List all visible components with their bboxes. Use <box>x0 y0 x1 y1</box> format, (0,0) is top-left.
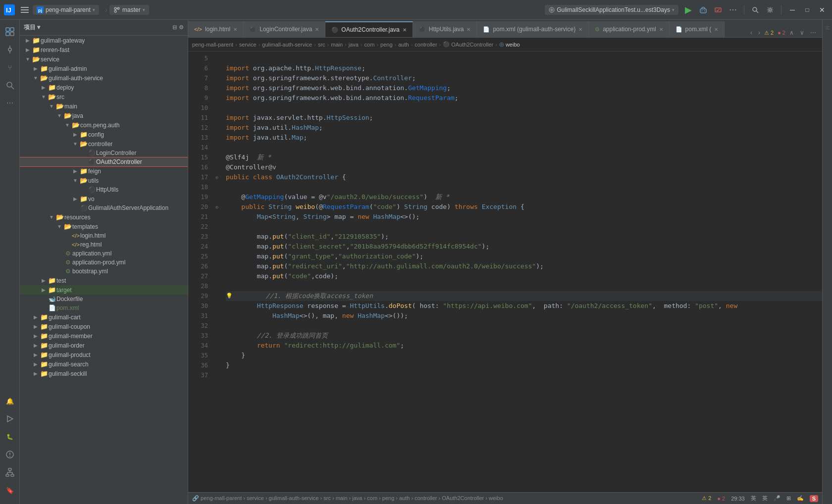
tree-item[interactable]: ▶ 📁 deploy <box>20 83 188 92</box>
tab-oauth2-controller[interactable]: ⚫ OAuth2Controller.java ✕ <box>325 21 413 37</box>
breadcrumb-item[interactable]: auth <box>398 42 409 48</box>
breadcrumb-item[interactable]: controller <box>415 42 437 48</box>
tree-item-config[interactable]: ▶ 📁 config <box>20 130 188 139</box>
tree-item-login-html[interactable]: ▶ </> login.html <box>20 231 188 240</box>
tree-item-target[interactable]: ▶ 📁 target <box>20 285 188 295</box>
tree-item-app-prod-yml[interactable]: ▶ ⚙ application-prod.yml <box>20 258 188 267</box>
code-editor[interactable]: 5678910111213141516171819202122232425262… <box>188 51 822 492</box>
tree-item[interactable]: ▶ 📁 gulimall-order <box>20 341 188 350</box>
minimize-button[interactable]: ─ <box>786 4 798 16</box>
tab-pom-auth[interactable]: 📄 pom.xml (gulimall-auth-service) ✕ <box>477 21 589 37</box>
mic-icon[interactable]: 🎤 <box>774 495 780 502</box>
tree-item-feign[interactable]: ▶ 📁 feign <box>20 166 188 176</box>
tree-item-reg-html[interactable]: ▶ </> reg.html <box>20 240 188 249</box>
tree-item-resources[interactable]: ▼ 📂 resources <box>20 212 188 222</box>
tab-login-html[interactable]: </> login.html ✕ <box>188 21 244 37</box>
tab-close-icon[interactable]: ✕ <box>659 27 663 32</box>
tree-item-com-peng[interactable]: ▼ 📂 com.peng.auth <box>20 120 188 130</box>
tab-close-icon[interactable]: ✕ <box>578 27 582 32</box>
lang-button[interactable]: 英 <box>762 495 768 502</box>
tree-item-src[interactable]: ▼ 📂 src <box>20 92 188 101</box>
tab-close-icon[interactable]: ✕ <box>467 27 470 32</box>
project-tool-button[interactable] <box>2 24 18 40</box>
tab-close-icon[interactable]: ✕ <box>714 27 718 32</box>
breadcrumb-item[interactable]: service <box>239 42 257 48</box>
breadcrumb-item[interactable]: peng <box>380 42 392 48</box>
breadcrumb-item[interactable]: ⚫OAuth2Controller <box>443 41 493 48</box>
tree-item-java[interactable]: ▼ 📂 java <box>20 111 188 120</box>
maximize-button[interactable]: □ <box>801 4 813 16</box>
tree-item[interactable]: ▶ 📁 gulimall-product <box>20 350 188 359</box>
close-button[interactable]: ✕ <box>816 4 828 16</box>
breadcrumb-item[interactable]: peng-mall-parent <box>192 42 233 48</box>
tree-item-auth-service[interactable]: ▼ 📂 gulimall-auth-service <box>20 73 188 83</box>
breadcrumb-item[interactable]: gulimall-auth-service <box>262 42 312 48</box>
tab-scroll-right-button[interactable]: › <box>756 28 762 37</box>
tree-item-service[interactable]: ▼ 📂 service <box>20 54 188 64</box>
debug-button[interactable] <box>697 4 709 16</box>
layout-button[interactable]: ⊞ <box>786 495 791 502</box>
git-tool-button[interactable]: ⑂ <box>2 59 18 75</box>
tree-item[interactable]: ▶ 📁 gulimall-admin <box>20 64 188 73</box>
tree-item[interactable]: ▶ 📁 gulimall-cart <box>20 312 188 322</box>
structure-button[interactable] <box>2 464 18 480</box>
tab-more-icon[interactable]: ⋯ <box>808 28 818 37</box>
tree-item-test[interactable]: ▶ 📁 test <box>20 276 188 285</box>
tree-item-app-yml[interactable]: ▶ ⚙ application.yml <box>20 249 188 258</box>
run-button[interactable]: ▶ <box>682 4 694 16</box>
problems-button[interactable] <box>2 447 18 462</box>
tree-item-templates[interactable]: ▼ 📂 templates <box>20 222 188 231</box>
settings-button[interactable] <box>764 4 776 16</box>
tree-item-app-main[interactable]: ▶ ⚫ GulimallAuthServerApplication <box>20 203 188 212</box>
more-tools-button[interactable]: ⋯ <box>2 95 18 111</box>
tree-item-bootstrap-yml[interactable]: ▶ ⚙ bootstrap.yml <box>20 267 188 276</box>
tab-close-icon[interactable]: ✕ <box>403 27 407 33</box>
find-tool-button[interactable] <box>2 77 18 93</box>
errors-indicator[interactable]: ● 2 <box>717 496 725 502</box>
tab-httputils[interactable]: ⚫ HttpUtils.java ✕ <box>413 21 477 37</box>
hamburger-icon[interactable] <box>19 4 31 16</box>
tree-item-dockerfile[interactable]: ▶ 🐋 Dockerfile <box>20 295 188 303</box>
tree-item-httputils[interactable]: ▶ ⚫ HttpUtils <box>20 185 188 194</box>
code-content[interactable]: import org.apache.http.HttpResponse; imp… <box>222 51 822 492</box>
tree-item-utils[interactable]: ▼ 📂 utils <box>20 176 188 185</box>
tree-item-oauth2-controller[interactable]: ▶ ⚫ OAuth2Controller <box>20 157 188 166</box>
warnings-indicator[interactable]: ⚠ 2 <box>702 495 711 502</box>
encoding-button[interactable]: 英 <box>751 495 756 502</box>
breadcrumb-item[interactable]: src <box>318 42 325 48</box>
tree-item-controller[interactable]: ▼ 📂 controller <box>20 139 188 149</box>
tab-pom-parent[interactable]: 📄 pom.xml ( ✕ <box>670 21 725 37</box>
tab-down-icon[interactable]: ∨ <box>798 28 806 37</box>
breadcrumb-item[interactable]: com <box>364 42 375 48</box>
tree-item[interactable]: ▶ 📁 gulimall-seckill <box>20 369 188 378</box>
commit-tool-button[interactable] <box>2 42 18 57</box>
notifications-button[interactable]: 🔔 <box>2 393 18 409</box>
tab-scroll-left-button[interactable]: ‹ <box>748 28 754 37</box>
breadcrumb-item[interactable]: main <box>331 42 343 48</box>
breadcrumb-item[interactable]: java <box>349 42 359 48</box>
tab-app-prod[interactable]: ⚙ application-prod.yml ✕ <box>589 21 669 37</box>
tree-item[interactable]: ▶ 📁 gulimall-member <box>20 331 188 341</box>
tree-item[interactable]: ▶ 📁 renren-fast <box>20 45 188 54</box>
bookmarks-button[interactable]: 🔖 <box>2 482 18 498</box>
tab-close-icon[interactable]: ✕ <box>315 27 319 32</box>
tree-item-main[interactable]: ▼ 📂 main <box>20 101 188 111</box>
search-button[interactable] <box>749 4 761 16</box>
project-selector[interactable]: pj peng-mall-parent ▾ <box>33 5 99 15</box>
tree-item[interactable]: ▶ 📁 gulimall-coupon <box>20 322 188 331</box>
more-button[interactable]: ⋯ <box>727 4 739 16</box>
run-target-selector[interactable]: GulimallSeckillApplicationTest.u...est3D… <box>545 5 678 15</box>
tree-item-vo[interactable]: ▶ 📁 vo <box>20 194 188 203</box>
tree-item[interactable]: ▶ 📁 gulimall-gateway <box>20 36 188 45</box>
cursor-icon[interactable]: ✍ <box>797 495 804 502</box>
debug-tools-button[interactable]: 🐛 <box>2 429 18 445</box>
file-tree-options-icon[interactable]: ⚙ <box>179 24 184 31</box>
tree-item[interactable]: ▶ 📁 gulimall-search <box>20 359 188 369</box>
breadcrumb-active[interactable]: ◎weibo <box>499 41 520 48</box>
file-tree-collapse-icon[interactable]: ⊟ <box>172 24 177 31</box>
tree-item-pom[interactable]: ▶ 📄 pom.xml <box>20 303 188 312</box>
tab-chevron-icon[interactable]: ∧ <box>787 28 796 37</box>
run-tools-button[interactable] <box>2 411 18 427</box>
profile-button[interactable] <box>712 4 724 16</box>
tab-login-controller[interactable]: ⚫ LoginController.java ✕ <box>244 21 325 37</box>
